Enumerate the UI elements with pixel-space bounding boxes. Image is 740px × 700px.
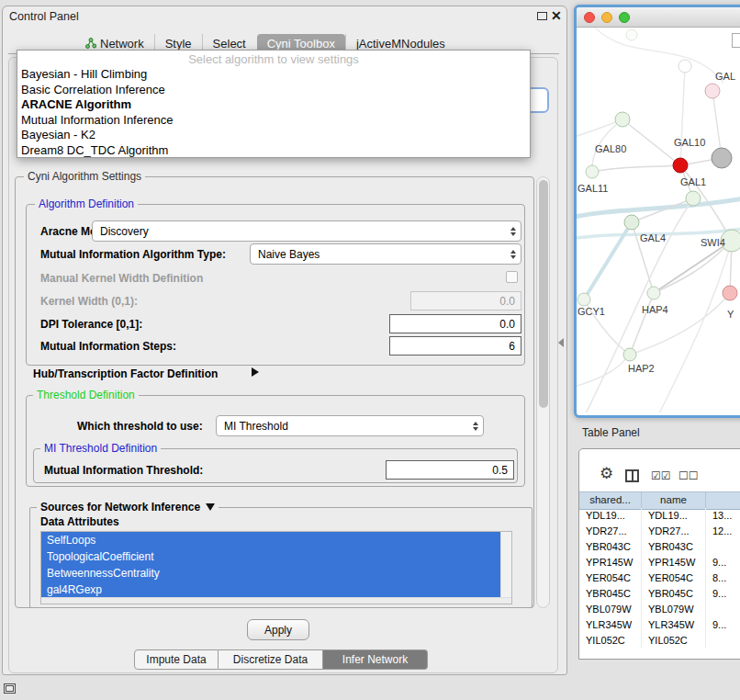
birdseye-toggle[interactable] bbox=[732, 33, 740, 48]
table-row[interactable]: YBL079W YBL079W bbox=[579, 602, 740, 617]
list-item[interactable]: BetweennessCentrality bbox=[41, 565, 502, 581]
bottom-tab-impute-data[interactable]: Impute Data bbox=[134, 649, 219, 670]
list-vertical-scrollbar[interactable] bbox=[500, 532, 511, 598]
float-window-icon[interactable] bbox=[537, 12, 547, 20]
close-traffic-light[interactable] bbox=[584, 12, 595, 23]
list-item[interactable]: gal4RGexp bbox=[41, 581, 502, 598]
column-header-shared-name[interactable]: shared... bbox=[579, 492, 642, 509]
combo-arrows-icon bbox=[510, 247, 516, 262]
list-horizontal-scrollbar[interactable] bbox=[41, 597, 511, 604]
dropdown-item-bayesian-hill-climbing[interactable]: Bayesian - Hill Climbing bbox=[17, 67, 530, 83]
gear-icon[interactable]: ⚙ bbox=[600, 464, 613, 483]
manual-kernel-width-checkbox[interactable] bbox=[506, 271, 518, 283]
tab-style-label: Style bbox=[165, 37, 192, 51]
network-node[interactable] bbox=[705, 84, 720, 98]
network-node[interactable] bbox=[678, 60, 691, 73]
network-node[interactable] bbox=[624, 215, 639, 230]
dropdown-item-bayesian-k2[interactable]: Bayesian - K2 bbox=[17, 128, 530, 143]
tab-cyni-toolbox-label: Cyni Toolbox bbox=[267, 37, 335, 51]
cell-value: 12... bbox=[706, 524, 740, 539]
network-node-label: HAP2 bbox=[628, 363, 655, 374]
cyni-algorithm-settings-title: Cyni Algorithm Settings bbox=[24, 170, 145, 183]
which-threshold-select[interactable]: MI Threshold bbox=[216, 415, 484, 436]
table-row[interactable]: YLR345W YLR345W 9... bbox=[579, 617, 740, 633]
hub-definition-label[interactable]: Hub/Transcription Factor Definition bbox=[33, 367, 218, 380]
network-node[interactable] bbox=[723, 286, 737, 300]
mi-steps-input[interactable] bbox=[389, 336, 521, 356]
list-item[interactable]: SelfLoops bbox=[41, 532, 502, 548]
select-all-checkboxes-icon[interactable]: ☑☑ bbox=[651, 469, 671, 482]
network-node[interactable] bbox=[577, 293, 590, 306]
zoom-traffic-light[interactable] bbox=[619, 12, 630, 23]
tab-network-label: Network bbox=[100, 37, 144, 51]
aracne-mode-value: Discovery bbox=[100, 225, 149, 238]
network-node[interactable] bbox=[647, 287, 660, 299]
network-node[interactable] bbox=[673, 158, 688, 173]
table-row[interactable]: YBR043C YBR043C bbox=[579, 539, 740, 555]
settings-scrollbar-thumb[interactable] bbox=[539, 180, 548, 408]
sources-title[interactable]: Sources for Network Inference bbox=[37, 501, 219, 514]
network-node-label: HAP4 bbox=[642, 304, 668, 315]
aracne-mode-select[interactable]: Discovery bbox=[92, 220, 521, 242]
column-header-name[interactable]: name bbox=[642, 492, 706, 509]
network-node[interactable] bbox=[586, 165, 599, 178]
bottom-tab-infer-network[interactable]: Infer Network bbox=[323, 649, 428, 670]
network-node[interactable] bbox=[712, 148, 732, 168]
table-row[interactable]: YPR145W YPR145W 9... bbox=[579, 555, 740, 570]
expand-arrow-icon[interactable] bbox=[252, 367, 259, 377]
network-node-label: GAL1 bbox=[680, 176, 706, 187]
cell-value: 9... bbox=[706, 617, 740, 633]
dpi-tolerance-input[interactable] bbox=[389, 314, 521, 333]
table-row[interactable]: YER054C YER054C 8... bbox=[579, 570, 740, 586]
table-row[interactable]: YBR045C YBR045C 9... bbox=[579, 586, 740, 602]
table-row[interactable]: YDL19... YDL19... 13... bbox=[579, 508, 740, 524]
columns-icon[interactable] bbox=[625, 469, 639, 482]
mi-algorithm-type-select[interactable]: Naive Bayes bbox=[250, 243, 521, 265]
list-item[interactable]: TopologicalCoefficient bbox=[41, 548, 502, 565]
network-node-label: Y bbox=[727, 309, 734, 320]
combo-arrows-icon bbox=[510, 224, 516, 239]
algorithm-definition-title: Algorithm Definition bbox=[35, 198, 138, 210]
dropdown-item-aracne[interactable]: ARACNE Algorithm bbox=[17, 97, 530, 113]
dropdown-item-dream8[interactable]: Dream8 DC_TDC Algorithm bbox=[17, 143, 530, 159]
network-node-label: SWI4 bbox=[701, 237, 725, 248]
network-node-label: GAL80 bbox=[595, 143, 626, 154]
network-svg[interactable]: GAL80GAL10GAL11GAL1SWI4GAL4GCY1HAP4HAP2G… bbox=[577, 28, 740, 412]
cell-shared-name: YLR345W bbox=[579, 617, 642, 633]
collapse-arrow-icon[interactable] bbox=[206, 503, 215, 511]
kernel-width-label: Kernel Width (0,1): bbox=[40, 295, 138, 308]
mi-threshold-input[interactable] bbox=[386, 460, 514, 480]
cell-name: YDL19... bbox=[642, 508, 706, 524]
table-body: YDL19... YDL19... 13... YDR27... YDR27..… bbox=[579, 508, 740, 649]
network-node[interactable] bbox=[615, 112, 630, 127]
bottom-tab-infer-label: Infer Network bbox=[342, 653, 408, 666]
network-node-label: GAL bbox=[715, 71, 735, 82]
deselect-all-checkboxes-icon[interactable]: ☐☐ bbox=[678, 469, 699, 482]
mi-threshold-definition-title: MI Threshold Definition bbox=[40, 442, 161, 455]
table-panel-title: Table Panel bbox=[582, 426, 640, 439]
dropdown-item-basic-correlation[interactable]: Basic Correlation Inference bbox=[17, 83, 530, 98]
network-node[interactable] bbox=[686, 191, 701, 206]
mi-steps-label: Mutual Information Steps: bbox=[40, 340, 176, 353]
close-window-icon[interactable]: ✕ bbox=[551, 8, 562, 23]
restore-panel-icon[interactable] bbox=[4, 683, 16, 694]
mi-algorithm-type-label: Mutual Information Algorithm Type: bbox=[40, 248, 226, 261]
data-attributes-list[interactable]: SelfLoops TopologicalCoefficient Between… bbox=[40, 531, 512, 604]
panel-splitter-arrow[interactable] bbox=[558, 338, 564, 347]
cell-value: 9... bbox=[706, 586, 740, 602]
network-node-label: GCY1 bbox=[577, 306, 605, 317]
table-row[interactable]: YDR27... YDR27... 12... bbox=[579, 524, 740, 539]
column-header-cut[interactable] bbox=[706, 492, 740, 509]
network-node[interactable] bbox=[623, 348, 636, 361]
network-node[interactable] bbox=[626, 29, 637, 40]
bottom-tab-discretize-data[interactable]: Discretize Data bbox=[219, 649, 323, 670]
minimize-traffic-light[interactable] bbox=[601, 12, 612, 23]
cell-shared-name: YPR145W bbox=[579, 555, 642, 570]
kernel-width-input[interactable] bbox=[410, 291, 521, 310]
cell-value: 8... bbox=[706, 570, 740, 586]
apply-button[interactable]: Apply bbox=[247, 619, 309, 640]
cell-shared-name: YER054C bbox=[579, 570, 642, 586]
dropdown-item-mutual-information[interactable]: Mutual Information Inference bbox=[17, 113, 530, 129]
bottom-tab-discretize-label: Discretize Data bbox=[233, 653, 308, 666]
table-row[interactable]: YIL052C YIL052C bbox=[579, 633, 740, 649]
